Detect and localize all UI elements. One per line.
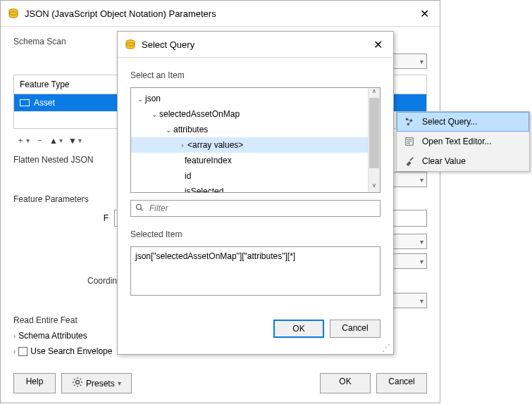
svg-line-14: [141, 208, 143, 210]
schema-attr-label: Schema Attributes: [18, 331, 87, 341]
selected-item-box[interactable]: json["selectedAssetOnMap"]["attributes"]…: [130, 246, 381, 296]
caret-right-icon: ›: [178, 141, 187, 149]
caret-down-icon: ⌄: [163, 126, 173, 134]
selected-item-value: json["selectedAssetOnMap"]["attributes"]…: [135, 251, 295, 261]
main-title: JSON (JavaScript Object Notation) Parame…: [25, 8, 416, 19]
sq-titlebar: Select Query ✕: [118, 32, 393, 58]
database-icon: [8, 8, 19, 19]
filter-box: [130, 200, 381, 217]
caret-down-icon: ⌄: [149, 111, 159, 118]
svg-line-7: [74, 379, 75, 380]
main-cancel-button[interactable]: Cancel: [376, 373, 427, 393]
tree-node-featureindex[interactable]: featureIndex: [131, 153, 368, 168]
select-query-dialog: Select Query ✕ Select an Item ⌄json ⌄sel…: [117, 31, 394, 355]
database-icon: [125, 39, 136, 50]
ctx-open-editor[interactable]: Open Text Editor...: [397, 132, 529, 151]
feature-type-toolbar: ＋▾ － ▲▾ ▼▾: [13, 129, 85, 152]
remove-button[interactable]: －: [35, 134, 44, 146]
ctx-open-editor-label: Open Text Editor...: [422, 137, 492, 146]
ctx-select-query[interactable]: Select Query...: [397, 112, 529, 132]
add-button[interactable]: ＋▾: [16, 134, 30, 146]
help-button[interactable]: Help: [13, 373, 56, 393]
tree-node-isselected[interactable]: isSelected: [131, 184, 368, 193]
ctx-clear-value-label: Clear Value: [422, 156, 466, 166]
presets-button[interactable]: Presets ▾: [61, 373, 132, 393]
main-titlebar: JSON (JavaScript Object Notation) Parame…: [1, 1, 440, 27]
tree-node-selectedassetonmap[interactable]: ⌄selectedAssetOnMap: [131, 106, 368, 122]
f-label: F: [13, 213, 109, 223]
tree-node-id[interactable]: id: [131, 168, 368, 184]
main-close-button[interactable]: ✕: [416, 5, 433, 22]
tree-scrollbar[interactable]: ∧ ∨: [368, 88, 380, 192]
query-icon: [404, 116, 415, 127]
text-editor-icon: [404, 136, 415, 147]
chevron-down-icon: ▾: [420, 58, 423, 65]
chevron-down-icon: ▾: [420, 258, 423, 265]
svg-line-8: [80, 385, 82, 386]
move-up-button[interactable]: ▲▾: [49, 134, 63, 146]
svg-line-9: [74, 385, 75, 386]
tree-node-json[interactable]: ⌄json: [131, 91, 368, 106]
selected-item-label: Selected Item: [130, 227, 381, 242]
svg-line-24: [410, 158, 413, 160]
tree-node-array-values[interactable]: ›<array values>: [131, 137, 368, 153]
chevron-down-icon: ▾: [420, 297, 423, 305]
search-icon: [135, 203, 144, 214]
sq-close-button[interactable]: ✕: [369, 36, 386, 53]
svg-point-2: [76, 381, 80, 384]
sq-title: Select Query: [142, 39, 369, 50]
tree-view: ⌄json ⌄selectedAssetOnMap ⌄attributes ›<…: [130, 87, 381, 193]
presets-label: Presets: [86, 379, 115, 389]
chevron-down-icon: ▾: [118, 379, 121, 387]
svg-line-10: [80, 379, 82, 380]
search-envelope-checkbox[interactable]: [18, 347, 27, 356]
brush-icon: [404, 156, 415, 167]
select-item-label: Select an Item: [130, 68, 381, 83]
resize-grip-icon[interactable]: ⋰: [382, 343, 390, 351]
scroll-up-icon: ∧: [369, 88, 380, 98]
ctx-select-query-label: Select Query...: [422, 117, 477, 127]
context-menu: Select Query... Open Text Editor... Clea…: [396, 111, 530, 172]
main-ok-button[interactable]: OK: [320, 373, 371, 393]
tree-node-attributes[interactable]: ⌄attributes: [131, 122, 368, 137]
filter-input[interactable]: [148, 203, 376, 214]
chevron-right-icon: ›: [13, 348, 16, 355]
feature-type-value: Asset: [34, 98, 55, 108]
row-icon: [20, 99, 30, 106]
svg-point-13: [137, 204, 142, 209]
sq-cancel-button[interactable]: Cancel: [330, 320, 381, 338]
caret-down-icon: ⌄: [135, 95, 145, 103]
scroll-thumb[interactable]: [369, 98, 379, 168]
gear-icon: [72, 377, 83, 390]
scroll-down-icon: ∨: [369, 182, 380, 192]
ctx-clear-value[interactable]: Clear Value: [397, 151, 529, 171]
search-envelope-label: Use Search Envelope: [30, 346, 112, 356]
svg-line-19: [408, 120, 411, 124]
move-down-button[interactable]: ▼▾: [68, 134, 82, 146]
chevron-down-icon: ▾: [420, 176, 423, 184]
chevron-right-icon: ›: [13, 332, 16, 340]
chevron-down-icon: ▾: [420, 238, 423, 246]
sq-ok-button[interactable]: OK: [273, 320, 324, 338]
